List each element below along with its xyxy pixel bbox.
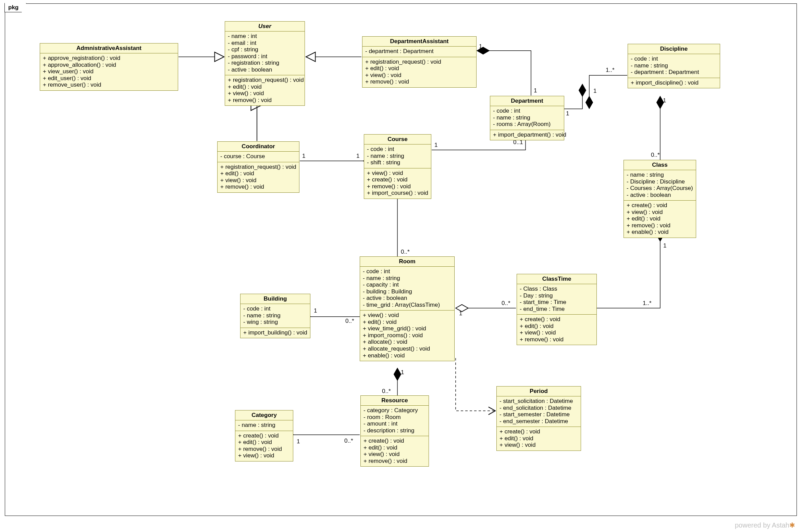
attrs: - name : string- Discipline : Discipline…: [624, 170, 696, 201]
member-row: + import_department() : void: [493, 131, 561, 138]
member-row: - department : Department: [365, 48, 473, 55]
member-row: - capacity : int: [363, 281, 452, 288]
ops: + create() : void+ edit() : void+ view()…: [361, 436, 429, 466]
member-row: - start_solicitation : Datetime: [499, 398, 578, 405]
member-row: + remove() : void: [367, 183, 428, 190]
member-row: - Class : Class: [520, 286, 594, 292]
member-row: + edit() : void: [520, 323, 594, 330]
class-title: ClassTime: [517, 274, 596, 284]
member-row: + edit() : void: [238, 439, 290, 446]
astah-icon: ✱: [789, 521, 795, 529]
member-row: - building : Building: [363, 288, 452, 295]
member-row: + remove() : void: [220, 183, 296, 190]
attrs: - department : Department: [362, 47, 476, 57]
member-row: - wing : string: [243, 319, 307, 326]
class-title: Resource: [361, 396, 429, 406]
member-row: + view() : void: [499, 442, 578, 448]
watermark: powered by Astah✱: [735, 521, 795, 529]
member-row: + remove() : void: [228, 97, 302, 104]
class-user: User - name : int- email : int- cpf : st…: [225, 21, 305, 106]
member-row: + remove() : void: [363, 458, 426, 465]
uml-canvas: pkg: [0, 0, 802, 532]
ops: + registration_request() : void+ edit() …: [362, 57, 476, 87]
attrs: - Class : Class- Day : string- start_tim…: [517, 284, 596, 315]
attrs: - course : Course: [218, 152, 299, 162]
member-row: - email : int: [228, 40, 302, 47]
member-row: + import_course() : void: [367, 190, 428, 197]
member-row: + allocate() : void: [363, 339, 452, 345]
member-row: - room : Room: [363, 414, 426, 421]
member-row: + remove() : void: [520, 336, 594, 343]
member-row: + create() : void: [367, 176, 428, 183]
attrs: - code : int- name : string- wing : stri…: [240, 304, 310, 328]
member-row: + create() : void: [238, 432, 290, 439]
attrs: - code : int- name : string- department …: [628, 54, 720, 78]
member-row: + view() : void: [367, 170, 428, 177]
ops: + registration_request() : void+ edit() …: [218, 162, 299, 192]
member-row: + enable() : void: [627, 229, 693, 236]
member-row: + view() : void: [220, 177, 296, 184]
class-title: Course: [364, 135, 431, 144]
member-row: + view() : void: [365, 72, 473, 79]
member-row: - name : string: [243, 312, 307, 319]
class-category: Category - name : string + create() : vo…: [235, 410, 293, 461]
package-label: pkg: [8, 4, 18, 11]
class-title: Period: [497, 387, 581, 396]
member-row: + view() : void: [627, 209, 693, 216]
member-row: + remove_user() : void: [43, 81, 175, 88]
member-row: - code : int: [493, 107, 561, 114]
member-row: - password : int: [228, 53, 302, 60]
member-row: + remove() : void: [627, 222, 693, 229]
class-building: Building - code : int- name : string- wi…: [240, 294, 310, 338]
class-admnistrativeassistant: AdmnistrativeAssistant + approve_registr…: [40, 43, 178, 91]
class-title: Room: [360, 257, 454, 267]
member-row: + create() : void: [499, 428, 578, 435]
ops: + create() : void+ edit() : void+ remove…: [235, 431, 293, 461]
member-row: + create() : void: [520, 316, 594, 323]
member-row: - rooms : Array(Room): [493, 121, 561, 128]
member-row: - shift : string: [367, 159, 428, 166]
member-row: - active : boolean: [228, 66, 302, 73]
member-row: - Day : string: [520, 292, 594, 299]
member-row: - name : string: [627, 172, 693, 178]
member-row: + edit() : void: [499, 435, 578, 442]
member-row: - code : int: [243, 305, 307, 312]
member-row: + remove() : void: [238, 446, 290, 453]
class-classtime: ClassTime - Class : Class- Day : string-…: [517, 274, 597, 345]
package-tab: pkg: [4, 3, 26, 12]
class-title: AdmnistrativeAssistant: [40, 43, 178, 53]
class-discipline: Discipline - code : int- name : string- …: [628, 44, 720, 88]
member-row: + import_discipline() : void: [631, 79, 717, 86]
member-row: - start_semester : Datetime: [499, 411, 578, 418]
class-title: Discipline: [628, 44, 720, 54]
member-row: + view() : void: [238, 452, 290, 459]
member-row: + create() : void: [363, 438, 426, 444]
member-row: - department : Department: [631, 69, 717, 76]
class-period: Period - start_solicitation : Datetime- …: [496, 386, 581, 451]
member-row: + enable() : void: [363, 352, 452, 359]
member-row: - name : string: [363, 275, 452, 282]
ops: + view() : void+ create() : void+ remove…: [364, 168, 431, 199]
ops: + registration_request() : void+ edit() …: [225, 75, 305, 105]
member-row: - code : int: [363, 268, 452, 275]
member-row: + registration_request() : void: [228, 77, 302, 84]
member-row: + edit() : void: [363, 319, 452, 326]
member-row: - amount : int: [363, 420, 426, 427]
class-title: Department: [490, 96, 564, 106]
member-row: + view_time_grid() : void: [363, 325, 452, 332]
member-row: + approve_allocation() : void: [43, 62, 175, 68]
class-title: Coordinator: [218, 142, 299, 152]
member-row: + view_user() : void: [43, 68, 175, 75]
member-row: - description : string: [363, 427, 426, 434]
member-row: + registration_request() : void: [220, 164, 296, 170]
attrs: - code : int- name : string- capacity : …: [360, 267, 454, 311]
member-row: - end_time : Time: [520, 306, 594, 313]
member-row: + edit() : void: [220, 170, 296, 177]
member-row: - Courses : Array(Course): [627, 185, 693, 192]
member-row: - name : string: [493, 114, 561, 121]
member-row: + view() : void: [363, 451, 426, 458]
member-row: - start_time : Time: [520, 299, 594, 306]
member-row: - end_semester : Datetime: [499, 418, 578, 425]
class-title: User: [225, 22, 305, 31]
member-row: - name : string: [367, 153, 428, 160]
